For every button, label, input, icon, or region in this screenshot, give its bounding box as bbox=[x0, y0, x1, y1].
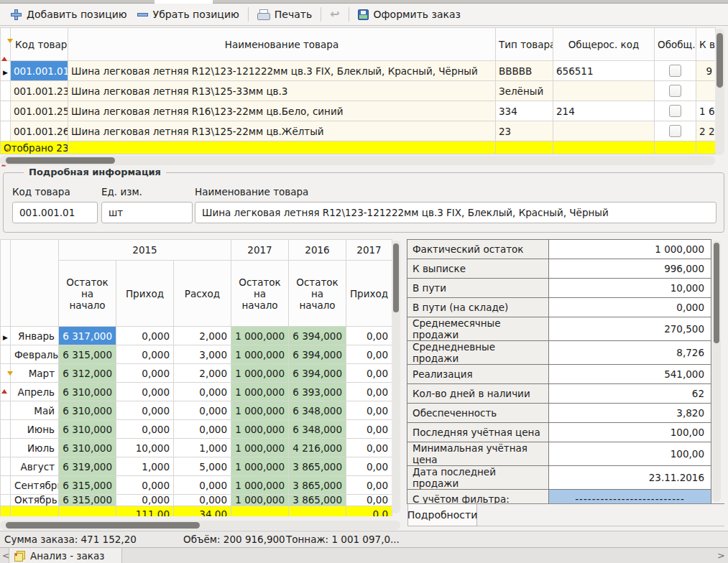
cell-name[interactable]: Шина легковая летняя R13\125-22мм цв.Жёл… bbox=[68, 121, 496, 141]
subcolumn-header[interactable]: Остаток на начало bbox=[59, 261, 116, 327]
month-name[interactable]: Август bbox=[11, 457, 59, 476]
cell[interactable]: 2,000 bbox=[174, 327, 231, 345]
cell-summary[interactable] bbox=[655, 101, 696, 121]
checkbox[interactable] bbox=[669, 85, 681, 97]
stat-value[interactable]: 10,000 bbox=[549, 279, 711, 298]
stat-value[interactable]: 0,000 bbox=[549, 298, 711, 317]
cell[interactable]: 0,00 bbox=[346, 345, 392, 364]
month-name[interactable]: Январь bbox=[11, 327, 59, 345]
subcolumn-header[interactable]: Остаток на начало bbox=[289, 261, 346, 327]
cell[interactable]: 6 319,000 bbox=[59, 457, 116, 476]
cell[interactable]: 0,000 bbox=[116, 495, 174, 506]
undo-button[interactable]: ↩ bbox=[325, 7, 344, 22]
stat-value-filtered[interactable]: -------------------------- bbox=[549, 490, 711, 504]
cell[interactable]: 6 310,000 bbox=[59, 420, 116, 439]
place-order-button[interactable]: Оформить заказ bbox=[353, 6, 466, 22]
cell[interactable]: 0,000 bbox=[116, 420, 174, 439]
year-header[interactable]: 2015 bbox=[59, 240, 231, 261]
cell-code[interactable]: 001.001.26 bbox=[11, 121, 68, 141]
cell[interactable]: 1 000,000 bbox=[231, 457, 289, 476]
cell-towrite[interactable]: 9 bbox=[696, 61, 716, 81]
cell[interactable]: 0,00 bbox=[346, 476, 392, 495]
cell[interactable]: 1 000,000 bbox=[231, 420, 289, 439]
cell[interactable]: 10,000 bbox=[116, 439, 174, 457]
stat-value[interactable]: 1 000,000 bbox=[549, 240, 711, 259]
cell[interactable]: 0,000 bbox=[116, 345, 174, 364]
code-field[interactable] bbox=[12, 202, 98, 223]
cell-code[interactable]: 001.001.01 bbox=[11, 61, 68, 81]
month-name[interactable]: Октябрь bbox=[11, 495, 59, 506]
cell[interactable]: 6 348,000 bbox=[289, 420, 346, 439]
cell-type[interactable]: Зелёный bbox=[496, 81, 553, 101]
remove-position-button[interactable]: Убрать позицию bbox=[132, 6, 244, 22]
month-name[interactable]: Сентябрь bbox=[11, 476, 59, 495]
cell[interactable]: 6 317,000 bbox=[59, 327, 116, 345]
checkbox[interactable] bbox=[669, 125, 681, 137]
subcolumn-header[interactable]: Остаток на начало bbox=[231, 261, 289, 327]
products-vertical-scrollbar[interactable] bbox=[715, 29, 724, 155]
cell[interactable]: 0,000 bbox=[174, 420, 231, 439]
cell[interactable]: 0,000 bbox=[174, 383, 231, 401]
cell[interactable]: 6 315,000 bbox=[59, 495, 116, 506]
stat-value[interactable]: 3,820 bbox=[549, 404, 711, 423]
cell-name[interactable]: Шина легковая летняя R16\123-22мм цв.Бел… bbox=[68, 101, 496, 121]
cell-code[interactable]: 001.001.23 bbox=[11, 81, 68, 101]
subcolumn-header[interactable]: Приход bbox=[116, 261, 174, 327]
month-name[interactable]: Июнь bbox=[11, 420, 59, 439]
stats-vertical-scrollbar[interactable] bbox=[712, 241, 721, 502]
subcolumn-header[interactable]: Расход bbox=[174, 261, 231, 327]
month-name[interactable]: Февраль bbox=[11, 345, 59, 364]
cell[interactable]: 0,000 bbox=[116, 364, 174, 383]
months-horizontal-scrollbar[interactable] bbox=[0, 521, 400, 530]
month-column-header[interactable] bbox=[11, 240, 59, 327]
cell-towrite[interactable] bbox=[696, 81, 716, 101]
cell[interactable]: 6 315,000 bbox=[59, 345, 116, 364]
cell[interactable]: 0,000 bbox=[174, 401, 231, 420]
subcolumn-header[interactable]: Приход bbox=[346, 261, 392, 327]
add-position-button[interactable]: Добавить позицию bbox=[6, 6, 132, 22]
column-header-type[interactable]: Тип товара bbox=[496, 28, 553, 61]
cell[interactable]: 6 310,000 bbox=[59, 439, 116, 457]
cell[interactable]: 0,00 bbox=[346, 439, 392, 457]
stat-value[interactable]: 62 bbox=[549, 384, 711, 404]
cell-type[interactable]: 23 bbox=[496, 121, 553, 141]
cell-towrite[interactable]: 1 6 bbox=[696, 101, 716, 121]
cell[interactable]: 0,00 bbox=[346, 457, 392, 476]
column-header-natcode[interactable]: Общерос. код bbox=[553, 28, 655, 61]
tab-analysis-order[interactable]: Анализ - заказ bbox=[9, 548, 122, 563]
cell[interactable]: 1,000 bbox=[174, 439, 231, 457]
cell-type[interactable]: ВВВВВ bbox=[496, 61, 553, 81]
cell[interactable]: 1 000,000 bbox=[231, 476, 289, 495]
cell[interactable]: 0,000 bbox=[174, 476, 231, 495]
cell[interactable]: 6 310,000 bbox=[59, 383, 116, 401]
stat-value[interactable]: 100,00 bbox=[549, 442, 711, 466]
month-name[interactable]: Март bbox=[11, 364, 59, 383]
products-horizontal-scrollbar[interactable] bbox=[0, 156, 715, 165]
cell[interactable]: 0,00 bbox=[346, 401, 392, 420]
year-header[interactable]: 2017 bbox=[231, 240, 289, 261]
cell[interactable]: 6 394,000 bbox=[289, 327, 346, 345]
cell[interactable]: 0,00 bbox=[346, 420, 392, 439]
column-header-name[interactable]: Наименование товара bbox=[68, 28, 496, 61]
cell[interactable]: 1 000,000 bbox=[231, 383, 289, 401]
month-name[interactable]: Июль bbox=[11, 439, 59, 457]
cell[interactable]: 5,000 bbox=[174, 457, 231, 476]
cell[interactable]: 1 000,000 bbox=[231, 495, 289, 506]
cell[interactable]: 3 865,000 bbox=[289, 476, 346, 495]
cell[interactable]: 0,000 bbox=[116, 401, 174, 420]
year-header[interactable]: 2017 bbox=[346, 240, 392, 261]
cell[interactable]: 1,000 bbox=[116, 457, 174, 476]
cell[interactable]: 0,00 bbox=[346, 495, 392, 506]
stat-value[interactable]: 996,000 bbox=[549, 259, 711, 279]
cell[interactable]: 6 310,000 bbox=[59, 401, 116, 420]
cell[interactable]: 0,00 bbox=[346, 383, 392, 401]
cell[interactable]: 1 000,000 bbox=[231, 364, 289, 383]
cell-code[interactable]: 001.001.25 bbox=[11, 101, 68, 121]
months-vertical-scrollbar[interactable] bbox=[392, 241, 400, 513]
stat-value[interactable]: 541,000 bbox=[549, 365, 711, 384]
stat-value[interactable]: 270,500 bbox=[549, 317, 711, 341]
cell[interactable]: 6 393,000 bbox=[289, 383, 346, 401]
cell[interactable]: 4 216,000 bbox=[289, 439, 346, 457]
stat-value[interactable]: 100,00 bbox=[549, 423, 711, 442]
cell-summary[interactable] bbox=[655, 121, 696, 141]
